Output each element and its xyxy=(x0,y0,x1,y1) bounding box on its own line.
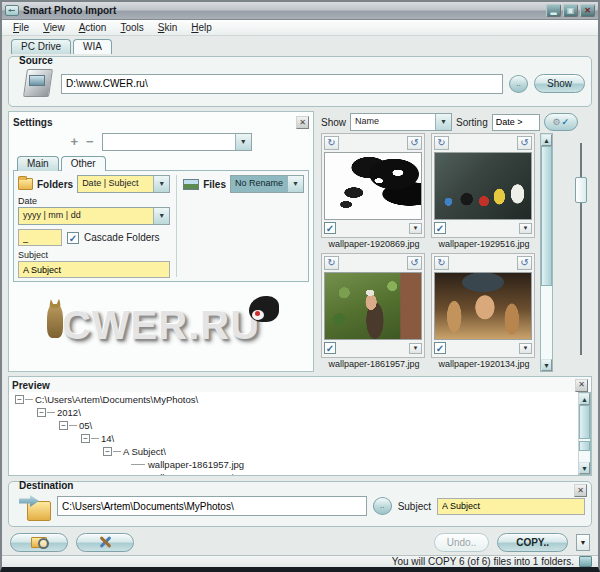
photo-card[interactable]: ↻ ↺ ✓ ▼ xyxy=(431,253,535,358)
minimize-button[interactable]: ▂ xyxy=(546,4,561,17)
menu-view[interactable]: View xyxy=(36,21,72,34)
preview-tree: − C:\Users\Artem\Documents\MyPhotos\ − 2… xyxy=(9,392,578,475)
rotate-ccw-icon[interactable]: ↺ xyxy=(517,136,532,150)
rotate-cw-icon[interactable]: ↻ xyxy=(434,256,449,270)
destination-close-icon[interactable]: ✕ xyxy=(574,484,587,497)
thumbnail-size-slider[interactable] xyxy=(575,143,587,355)
scroll-down-icon[interactable]: ▼ xyxy=(541,359,552,371)
photos-scrollbar[interactable]: ▲ ▼ xyxy=(540,133,553,372)
cascade-folders-checkbox[interactable]: ✓ xyxy=(67,232,79,244)
source-browse-button[interactable]: .. xyxy=(509,75,528,93)
source-show-button[interactable]: Show xyxy=(534,74,585,93)
destination-browse-button[interactable]: .. xyxy=(373,497,392,515)
menu-tools[interactable]: Tools xyxy=(113,21,150,34)
apply-settings-button[interactable]: ⚙ ✓ xyxy=(544,113,578,131)
chevron-down-icon[interactable]: ▼ xyxy=(435,114,451,130)
photo-select-checkbox[interactable]: ✓ xyxy=(324,342,336,354)
scrollbar-thumb[interactable] xyxy=(579,441,590,451)
actions-row: Undo.. COPY.. ▼ xyxy=(2,529,598,555)
copy-button[interactable]: COPY.. xyxy=(497,533,568,552)
photo-card[interactable]: ↻ ↺ ✓ ▼ xyxy=(321,133,425,238)
photo-select-checkbox[interactable]: ✓ xyxy=(434,222,446,234)
photo-options-dropdown[interactable]: ▼ xyxy=(519,223,532,234)
destination-subject-input[interactable] xyxy=(437,498,585,515)
open-destination-button[interactable] xyxy=(10,533,68,552)
rotate-ccw-icon[interactable]: ↺ xyxy=(407,256,422,270)
scroll-down-icon[interactable]: ▼ xyxy=(579,462,590,474)
tools-button[interactable] xyxy=(76,533,134,552)
tree-collapse-icon[interactable]: − xyxy=(37,408,46,417)
photo-options-dropdown[interactable]: ▼ xyxy=(409,343,422,354)
menu-file[interactable]: File xyxy=(6,21,36,34)
folders-mode-combobox[interactable]: Date | Subject ▼ xyxy=(77,175,170,193)
photo-card[interactable]: ↻ ↺ ✓ ▼ xyxy=(321,253,425,358)
tree-row[interactable]: − A Subject\ xyxy=(13,445,578,458)
undo-button[interactable]: Undo.. xyxy=(434,533,489,552)
photo-card[interactable]: ↻ ↺ ✓ ▼ xyxy=(431,133,535,238)
destination-path-input[interactable] xyxy=(57,496,367,516)
rotate-cw-icon[interactable]: ↻ xyxy=(324,256,339,270)
settings-close-icon[interactable]: ✕ xyxy=(296,116,309,129)
tree-collapse-icon[interactable]: − xyxy=(59,421,68,430)
photo-thumbnail[interactable] xyxy=(324,272,422,340)
maximize-button[interactable]: ▣ xyxy=(563,4,578,17)
chevron-down-icon[interactable]: ▼ xyxy=(287,176,303,192)
tab-other[interactable]: Other xyxy=(61,156,106,171)
tab-pc-drive[interactable]: PC Drive xyxy=(11,39,71,54)
preview-close-icon[interactable]: ✕ xyxy=(575,379,588,392)
tree-label: 05\ xyxy=(79,420,92,431)
tree-row[interactable]: − 14\ xyxy=(13,432,578,445)
menu-skin[interactable]: Skin xyxy=(151,21,184,34)
preset-combobox[interactable]: ▼ xyxy=(102,133,252,151)
settings-panel: Settings ✕ + − ▼ Main Other Folder xyxy=(8,111,314,372)
tree-collapse-icon[interactable]: − xyxy=(103,447,112,456)
photo-select-checkbox[interactable]: ✓ xyxy=(434,342,446,354)
menu-help[interactable]: Help xyxy=(184,21,219,34)
scrollbar-thumb[interactable] xyxy=(541,146,552,286)
files-rename-combobox[interactable]: No Rename ▼ xyxy=(230,175,304,193)
preview-scrollbar[interactable]: ▲ ▼ xyxy=(578,392,591,475)
photo-select-checkbox[interactable]: ✓ xyxy=(324,222,336,234)
tree-row[interactable]: wallpaper-1915345.jpg xyxy=(13,471,578,475)
photo-options-dropdown[interactable]: ▼ xyxy=(409,223,422,234)
menu-action[interactable]: Action xyxy=(72,21,114,34)
scroll-up-icon[interactable]: ▲ xyxy=(541,134,552,146)
chevron-down-icon[interactable]: ▼ xyxy=(153,208,169,224)
coyote-character-icon xyxy=(47,304,63,338)
tab-main[interactable]: Main xyxy=(17,156,59,171)
sorting-input[interactable] xyxy=(492,114,540,131)
photo-item: ↻ ↺ ✓ ▼ wallpaper-1920869.jpg xyxy=(321,133,427,252)
rotate-cw-icon[interactable]: ↻ xyxy=(434,136,449,150)
folder-icon xyxy=(18,178,33,190)
copy-options-dropdown[interactable]: ▼ xyxy=(576,534,590,551)
preset-add-button[interactable]: + xyxy=(70,137,78,147)
photo-options-dropdown[interactable]: ▼ xyxy=(519,343,532,354)
photo-thumbnail[interactable] xyxy=(434,152,532,220)
status-bar: You will COPY 6 (of 6) files into 1 fold… xyxy=(2,555,598,567)
rotate-ccw-icon[interactable]: ↺ xyxy=(517,256,532,270)
tree-row[interactable]: − 05\ xyxy=(13,419,578,432)
tree-row[interactable]: − 2012\ xyxy=(13,406,578,419)
source-path-input[interactable] xyxy=(61,74,503,94)
date-format-combobox[interactable]: yyyy | mm | dd ▼ xyxy=(18,207,170,225)
menu-bar: File View Action Tools Skin Help xyxy=(2,20,598,36)
photo-thumbnail[interactable] xyxy=(434,272,532,340)
tab-wia[interactable]: WIA xyxy=(73,39,112,54)
scroll-up-icon[interactable]: ▲ xyxy=(579,393,590,405)
scrollbar-thumb[interactable] xyxy=(579,405,590,439)
subject-input[interactable] xyxy=(18,261,170,278)
rotate-cw-icon[interactable]: ↻ xyxy=(324,136,339,150)
tree-row[interactable]: wallpaper-1861957.jpg xyxy=(13,458,578,471)
slider-handle[interactable] xyxy=(575,177,587,203)
tree-collapse-icon[interactable]: − xyxy=(15,395,24,404)
chevron-down-icon[interactable]: ▼ xyxy=(153,176,169,192)
close-button[interactable]: ✕ xyxy=(580,4,595,17)
show-combobox[interactable]: Name ▼ xyxy=(350,113,452,131)
rotate-ccw-icon[interactable]: ↺ xyxy=(407,136,422,150)
separator-input[interactable] xyxy=(18,229,62,246)
preset-remove-button[interactable]: − xyxy=(86,137,94,147)
tree-row[interactable]: − C:\Users\Artem\Documents\MyPhotos\ xyxy=(13,393,578,406)
tree-collapse-icon[interactable]: − xyxy=(81,434,90,443)
chevron-down-icon[interactable]: ▼ xyxy=(235,134,251,150)
photo-thumbnail[interactable] xyxy=(324,152,422,220)
